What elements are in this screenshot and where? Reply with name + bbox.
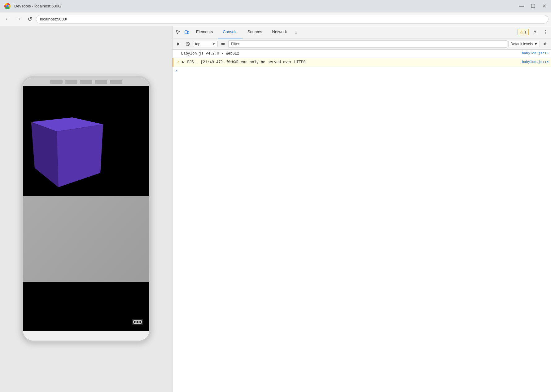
vr-icon[interactable] (132, 319, 143, 325)
main-container: Elements Console Sources Network » ⚠ 1 ⋮ (0, 26, 551, 392)
devtools-menu-button[interactable]: ⋮ (541, 28, 550, 37)
tab-sources[interactable]: Sources (243, 26, 267, 38)
svg-point-2 (7, 5, 9, 7)
device-toolbar-button[interactable] (182, 28, 191, 37)
console-warning-icon: ⚠ (176, 59, 181, 64)
phone-notch-5 (110, 80, 122, 84)
context-dropdown-arrow-icon: ▼ (212, 42, 216, 46)
levels-dropdown-arrow-icon: ▼ (534, 42, 538, 46)
svg-rect-7 (185, 31, 187, 34)
console-line: Babylon.js v4.2.0 - WebGL2 babylon.js:16 (173, 50, 551, 58)
phone-notch-2 (65, 80, 77, 84)
title-bar: DevTools - localhost:5000/ — ☐ ✕ (0, 0, 551, 12)
address-bar[interactable] (36, 15, 549, 24)
browser-viewport (0, 26, 172, 392)
window-title: DevTools - localhost:5000/ (14, 4, 516, 8)
console-prompt-line[interactable]: › (173, 67, 551, 76)
run-script-button[interactable] (174, 40, 182, 48)
3d-cube (42, 120, 86, 176)
warning-badge[interactable]: ⚠ 1 (518, 29, 529, 35)
console-prompt-icon: › (175, 68, 177, 73)
forward-button[interactable]: → (14, 14, 24, 24)
svg-marker-9 (177, 42, 180, 46)
back-button[interactable]: ← (2, 14, 12, 24)
devtools-right-icons: ⚠ 1 ⋮ (518, 28, 550, 37)
3d-scene (23, 86, 149, 331)
svg-point-5 (139, 321, 140, 323)
phone-notch-4 (95, 80, 107, 84)
3d-cube-wrapper (42, 123, 103, 185)
console-source-link[interactable]: babylon.js:16 (522, 51, 549, 55)
phone-bottom-bar (23, 331, 149, 341)
cube-face-front (57, 124, 103, 187)
expand-arrow-icon[interactable]: ▶ (182, 60, 184, 64)
console-filter-input[interactable] (228, 40, 507, 48)
console-output: Babylon.js v4.2.0 - WebGL2 babylon.js:16… (173, 50, 551, 392)
phone-mockup (21, 76, 151, 342)
context-selector[interactable]: top ▼ (193, 41, 218, 47)
context-label: top (195, 42, 200, 46)
svg-point-4 (135, 321, 137, 323)
window-controls: — ☐ ✕ (519, 3, 547, 9)
minimize-button[interactable]: — (519, 3, 525, 9)
live-expressions-button[interactable] (219, 40, 227, 48)
reload-button[interactable]: ↺ (25, 14, 35, 24)
devtools-settings-button[interactable] (531, 28, 539, 37)
log-levels-selector[interactable]: Default levels ▼ (508, 41, 540, 47)
svg-line-11 (187, 43, 189, 45)
phone-notch-3 (80, 80, 92, 84)
warning-count: 1 (524, 30, 527, 34)
phone-screen (23, 86, 149, 331)
tab-elements[interactable]: Elements (191, 26, 218, 38)
chrome-logo-icon (4, 2, 11, 10)
console-sub-toolbar: top ▼ Default levels ▼ (173, 38, 551, 50)
console-warning-source-link[interactable]: babylon.js:16 (522, 59, 549, 64)
vr-headset-icon (133, 320, 142, 324)
console-warning-line: ⚠ ▶ BJS - [21:49:47]: WebXR can only be … (173, 58, 551, 67)
svg-rect-8 (187, 31, 189, 34)
nav-bar: ← → ↺ (0, 12, 551, 26)
devtools-panel: Elements Console Sources Network » ⚠ 1 ⋮ (172, 26, 551, 392)
tab-network[interactable]: Network (267, 26, 292, 38)
more-tabs-button[interactable]: » (292, 28, 300, 37)
levels-label: Default levels (510, 42, 533, 46)
svg-point-12 (222, 43, 224, 44)
warning-triangle-icon: ⚠ (520, 30, 523, 34)
devtools-toolbar: Elements Console Sources Network » ⚠ 1 ⋮ (173, 26, 551, 38)
console-warning-text[interactable]: ▶ BJS - [21:49:47]: WebXR can only be se… (182, 59, 522, 65)
phone-top-notches (23, 78, 149, 86)
clear-console-button[interactable] (184, 40, 192, 48)
console-message-text: Babylon.js v4.2.0 - WebGL2 (181, 51, 522, 56)
close-button[interactable]: ✕ (541, 3, 547, 9)
tab-console[interactable]: Console (218, 26, 243, 38)
scene-black-bottom (23, 282, 149, 331)
cube-face-left (31, 122, 59, 187)
maximize-button[interactable]: ☐ (530, 3, 536, 9)
phone-notch-1 (50, 80, 63, 84)
inspect-element-button[interactable] (174, 28, 182, 37)
console-settings-button[interactable] (541, 40, 549, 48)
